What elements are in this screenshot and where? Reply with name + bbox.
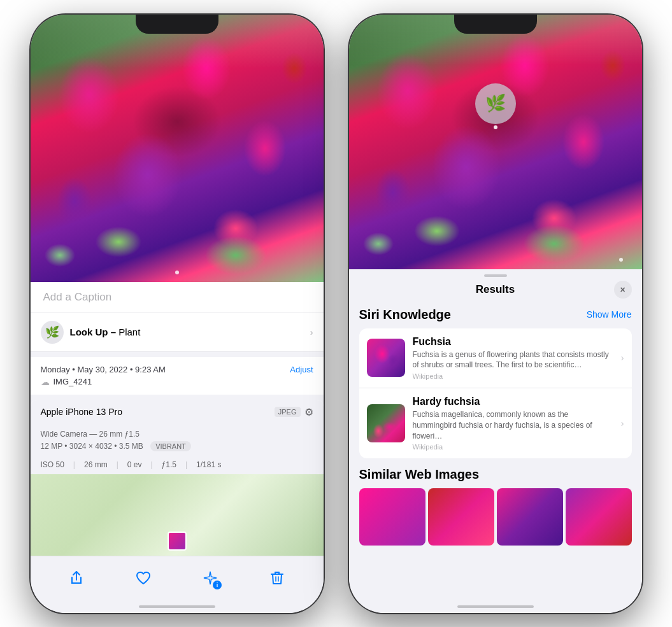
right-page-dot [619,258,623,262]
flower-photo-right[interactable]: 🌿 [349,15,642,269]
similar-title: Similar Web Images [359,467,480,482]
wide-camera-spec: Wide Camera — 26 mm ƒ1.5 [41,430,139,439]
fuchsia-thumb-img [367,339,405,377]
sep4: | [185,460,187,469]
close-button[interactable]: × [614,281,632,299]
fuchsia-desc: Fuchsia is a genus of flowering plants t… [413,349,613,371]
similar-image-3[interactable] [497,488,563,546]
hardy-thumb [367,404,405,442]
heart-icon [136,571,151,585]
info-badge: i [213,581,222,589]
device-name: Apple iPhone 13 Pro [41,407,122,417]
lookup-row[interactable]: 🌿 Look Up – Plant › [31,313,324,352]
results-content: Siri Knowledge Show More Fuchsia Fuchsia… [349,302,642,600]
adjust-button[interactable]: Adjust [290,365,313,374]
map-photo-thumb [168,532,187,551]
fuchsia-text: Fuchsia Fuchsia is a genus of flowering … [413,336,613,381]
exif-mm: 26 mm [84,460,117,469]
fuchsia-name: Fuchsia [413,336,613,348]
knowledge-card: Fuchsia Fuchsia is a genus of flowering … [359,328,632,459]
device-badges: JPEG ⚙ [275,406,313,418]
meta-filename-row: ☁ IMG_4241 [41,377,313,387]
close-icon: × [620,285,625,295]
exif-row: ISO 50 | 26 mm | 0 ev | ƒ1.5 | 1/181 s [31,456,324,474]
heart-button[interactable] [131,565,156,591]
hardy-text: Hardy fuchsia Fuchsia magellanica, commo… [413,396,613,451]
sep2: | [117,460,118,469]
left-phone: Add a Caption 🌿 Look Up – Plant › Monday… [31,15,324,613]
page-indicator [175,271,179,274]
results-panel: Results × Siri Knowledge Show More [349,269,642,600]
camera-spec-line2-row: 12 MP • 3024 × 4032 • 3.5 MB VIBRANT [41,441,313,451]
similar-section: Similar Web Images [359,467,632,546]
settings-icon[interactable]: ⚙ [304,406,313,418]
results-header: Results × [349,277,642,302]
fuchsia-item[interactable]: Fuchsia Fuchsia is a genus of flowering … [359,328,632,389]
share-button[interactable] [64,565,89,591]
flower-photo[interactable] [31,15,324,282]
siri-knowledge-header: Siri Knowledge Show More [359,307,632,322]
fuchsia-chevron-icon: › [621,353,624,363]
lookup-text: Look Up – Plant [70,327,141,337]
hardy-source: Wikipedia [413,443,613,451]
lookup-chevron-icon: › [310,327,313,337]
lookup-icon-circle: 🌿 [41,321,64,344]
right-phone: 🌿 Results × Siri Knowledge Show More [349,15,642,613]
home-bar-right [457,605,534,608]
home-bar [139,605,215,608]
meta-date: Monday • May 30, 2022 • 9:23 AM [41,365,166,374]
caption-area[interactable]: Add a Caption [31,282,324,313]
siri-leaf-icon: 🌿 [485,94,506,113]
camera-spec-line1: Wide Camera — 26 mm ƒ1.5 [41,430,313,439]
exif-ev: 0 ev [127,460,151,469]
lookup-label: Look Up – [70,327,117,337]
exif-aperture: ƒ1.5 [162,460,185,469]
results-title: Results [476,283,515,296]
fuchsia-thumb [367,339,405,377]
hardy-thumb-img [367,404,405,442]
caption-placeholder[interactable]: Add a Caption [43,291,112,303]
sep3: | [150,460,152,469]
leaf-icon: 🌿 [45,325,59,339]
hardy-desc: Fuchsia magellanica, commonly known as t… [413,409,613,441]
meta-filename: IMG_4241 [54,377,92,386]
siri-dot [494,125,497,129]
meta-section: Monday • May 30, 2022 • 9:23 AM Adjust ☁… [31,357,324,395]
home-indicator-right [349,600,642,613]
lookup-subject: Plant [118,327,140,337]
similar-image-2[interactable] [428,488,494,546]
left-screen: Add a Caption 🌿 Look Up – Plant › Monday… [31,15,324,613]
device-row: Apple iPhone 13 Pro JPEG ⚙ [31,400,324,425]
meta-date-row: Monday • May 30, 2022 • 9:23 AM Adjust [41,365,313,374]
siri-knowledge-title: Siri Knowledge [359,307,451,322]
siri-circle: 🌿 [475,83,516,124]
device-section: Apple iPhone 13 Pro JPEG ⚙ Wide Camera —… [31,400,324,474]
trash-button[interactable] [264,565,290,591]
notch-right [454,15,537,34]
similar-image-4[interactable] [566,488,632,546]
hardy-name: Hardy fuchsia [413,396,613,407]
hardy-chevron-icon: › [621,418,624,428]
sep1: | [73,460,75,469]
map-preview[interactable] [31,474,324,556]
bottom-toolbar: i [31,556,324,600]
similar-header: Similar Web Images [359,467,632,482]
show-more-button[interactable]: Show More [587,309,632,320]
home-indicator [31,600,324,613]
notch [136,15,218,34]
similar-image-1[interactable] [359,488,425,546]
jpeg-badge: JPEG [275,407,301,417]
info-button[interactable]: i [197,565,223,591]
exif-iso: ISO 50 [41,460,73,469]
fuchsia-source: Wikipedia [413,372,613,380]
cloud-icon: ☁ [41,377,50,387]
exif-shutter: 1/181 s [196,460,230,469]
resolution-spec: 12 MP • 3024 × 4032 • 3.5 MB [41,442,143,451]
trash-icon [270,570,284,586]
hardy-fuchsia-item[interactable]: Hardy fuchsia Fuchsia magellanica, commo… [359,388,632,458]
camera-specs: Wide Camera — 26 mm ƒ1.5 12 MP • 3024 × … [31,425,324,456]
vibrant-badge: VIBRANT [150,441,191,451]
similar-images-row [359,488,632,546]
right-screen: 🌿 Results × Siri Knowledge Show More [349,15,642,613]
share-icon [69,571,83,585]
